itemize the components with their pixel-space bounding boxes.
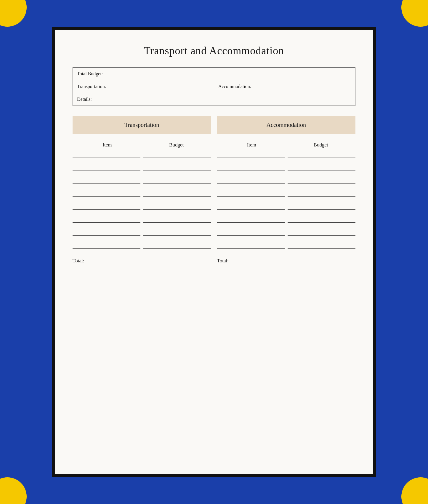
- summary-table: Total Budget: Transportation: Accommodat…: [73, 67, 355, 106]
- transport-item-7[interactable]: [73, 229, 140, 236]
- accommodation-budget-4[interactable]: [288, 190, 355, 197]
- column-headers: Item Budget Item Budget: [73, 142, 355, 148]
- transport-budget-3[interactable]: [143, 177, 211, 184]
- item2-col-header: Item: [217, 142, 286, 148]
- document-content: Transport and Accommodation Total Budget…: [55, 30, 373, 474]
- transport-row-8: [73, 242, 211, 249]
- transport-row-2: [73, 164, 211, 170]
- accommodation-budget-2[interactable]: [288, 164, 355, 170]
- accommodation-total-section: Total:: [217, 258, 356, 264]
- transport-budget-6[interactable]: [143, 216, 211, 223]
- accommodation-row-3: [217, 177, 356, 184]
- data-row-1: [73, 151, 355, 157]
- transportation-button[interactable]: Transportation: [73, 116, 211, 134]
- data-rows-container: [73, 151, 355, 255]
- accommodation-row-5: [217, 203, 356, 210]
- transport-item-4[interactable]: [73, 190, 140, 197]
- accommodation-item-7[interactable]: [217, 229, 285, 236]
- data-row-7: [73, 229, 355, 236]
- data-row-8: [73, 242, 355, 249]
- section-buttons: Transportation Accommodation: [73, 116, 355, 134]
- transport-item-1[interactable]: [73, 151, 140, 157]
- corner-decoration-tl: [0, 0, 27, 27]
- transport-item-2[interactable]: [73, 164, 140, 170]
- total-row: Total: Total:: [73, 258, 355, 264]
- accommodation-budget-3[interactable]: [288, 177, 355, 184]
- accommodation-row-8: [217, 242, 356, 249]
- budget-col-header: Budget: [142, 142, 211, 148]
- item-col-header: Item: [73, 142, 142, 148]
- transport-item-3[interactable]: [73, 177, 140, 184]
- accommodation-budget-5[interactable]: [288, 203, 355, 210]
- accommodation-item-4[interactable]: [217, 190, 285, 197]
- accommodation-total-line[interactable]: [233, 258, 355, 264]
- accommodation-item-1[interactable]: [217, 151, 285, 157]
- transport-row-3: [73, 177, 211, 184]
- accommodation-item-3[interactable]: [217, 177, 285, 184]
- accommodation-row-7: [217, 229, 356, 236]
- data-row-6: [73, 216, 355, 223]
- accommodation-row-6: [217, 216, 356, 223]
- transport-row-4: [73, 190, 211, 197]
- transport-row-5: [73, 203, 211, 210]
- corner-decoration-br: [401, 477, 428, 504]
- transport-total-label: Total:: [73, 258, 84, 264]
- accommodation-budget-1[interactable]: [288, 151, 355, 157]
- transport-accommodation-row: Transportation: Accommodation:: [73, 80, 355, 93]
- accommodation-budget-6[interactable]: [288, 216, 355, 223]
- corner-decoration-bl: [0, 477, 27, 504]
- transport-budget-1[interactable]: [143, 151, 211, 157]
- transport-item-8[interactable]: [73, 242, 140, 249]
- transport-budget-5[interactable]: [143, 203, 211, 210]
- transport-col-headers: Item Budget: [73, 142, 211, 148]
- page-title: Transport and Accommodation: [73, 44, 355, 57]
- accommodation-budget-8[interactable]: [288, 242, 355, 249]
- transport-row-1: [73, 151, 211, 157]
- transport-budget-2[interactable]: [143, 164, 211, 170]
- transport-budget-8[interactable]: [143, 242, 211, 249]
- accommodation-item-6[interactable]: [217, 216, 285, 223]
- total-budget-row: Total Budget:: [73, 68, 355, 80]
- accommodation-item-5[interactable]: [217, 203, 285, 210]
- transport-item-6[interactable]: [73, 216, 140, 223]
- transport-item-5[interactable]: [73, 203, 140, 210]
- transport-row-6: [73, 216, 211, 223]
- accommodation-col-headers: Item Budget: [217, 142, 356, 148]
- transportation-cell: Transportation:: [73, 80, 214, 93]
- accommodation-budget-7[interactable]: [288, 229, 355, 236]
- corner-decoration-tr: [401, 0, 428, 27]
- total-budget-cell: Total Budget:: [73, 68, 355, 80]
- accommodation-row-1: [217, 151, 356, 157]
- accommodation-button[interactable]: Accommodation: [217, 116, 356, 134]
- details-row: Details:: [73, 93, 355, 106]
- transport-budget-4[interactable]: [143, 190, 211, 197]
- accommodation-item-2[interactable]: [217, 164, 285, 170]
- transport-total-section: Total:: [73, 258, 211, 264]
- accommodation-row-4: [217, 190, 356, 197]
- accommodation-row-2: [217, 164, 356, 170]
- accommodation-item-8[interactable]: [217, 242, 285, 249]
- budget2-col-header: Budget: [286, 142, 355, 148]
- data-row-3: [73, 177, 355, 184]
- accommodation-cell: Accommodation:: [214, 80, 355, 93]
- details-cell: Details:: [73, 93, 355, 106]
- accommodation-total-label: Total:: [217, 258, 229, 264]
- transport-total-line[interactable]: [89, 258, 211, 264]
- transport-row-7: [73, 229, 211, 236]
- transport-budget-7[interactable]: [143, 229, 211, 236]
- data-row-5: [73, 203, 355, 210]
- data-row-2: [73, 164, 355, 170]
- data-row-4: [73, 190, 355, 197]
